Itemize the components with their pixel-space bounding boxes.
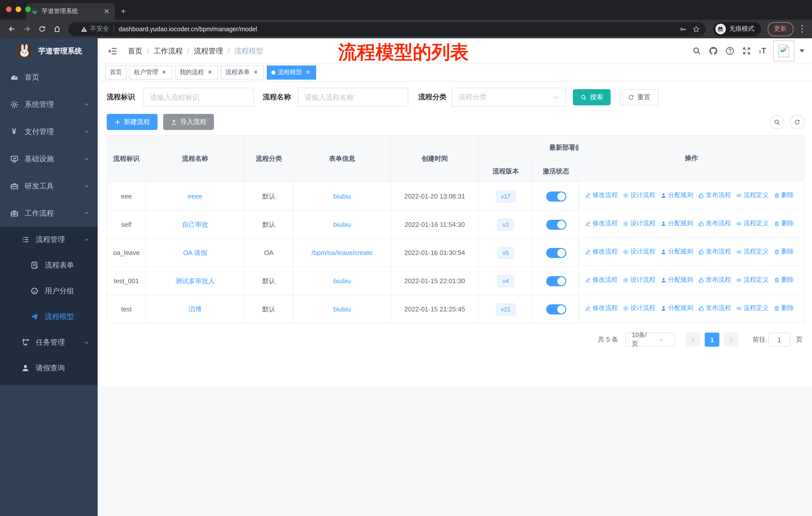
- page-size-select[interactable]: 10条/页: [625, 332, 675, 347]
- form-info-link[interactable]: biubiu: [333, 221, 351, 228]
- sidebar-logo[interactable]: 芋道管理系统: [0, 38, 98, 63]
- action-publish[interactable]: 发布流程: [698, 276, 731, 284]
- reload-icon[interactable]: [35, 22, 48, 35]
- refresh-table-icon[interactable]: [790, 115, 805, 129]
- action-publish[interactable]: 发布流程: [698, 191, 731, 199]
- action-delete[interactable]: 删除: [774, 219, 794, 228]
- search-button[interactable]: 搜索: [573, 89, 611, 105]
- form-info-link[interactable]: biubiu: [333, 192, 351, 200]
- browser-menu-icon[interactable]: [797, 25, 807, 33]
- help-icon[interactable]: [726, 46, 735, 55]
- action-definition[interactable]: 流程定义: [736, 276, 769, 284]
- action-publish[interactable]: 发布流程: [698, 219, 731, 228]
- tag-process-model[interactable]: 流程模型✕: [267, 65, 316, 79]
- action-definition[interactable]: 流程定义: [736, 304, 769, 313]
- sidebar-item-system[interactable]: 系统管理: [0, 91, 98, 118]
- filter-category-select[interactable]: 流程分类: [452, 88, 566, 107]
- fullscreen-icon[interactable]: [742, 46, 751, 55]
- close-window-button[interactable]: [6, 6, 11, 12]
- tag-my-process[interactable]: 我的流程✕: [175, 65, 218, 79]
- form-info-link[interactable]: biubiu: [333, 305, 351, 313]
- process-name-link[interactable]: 滔博: [188, 305, 202, 313]
- sidebar-item-task-mgmt[interactable]: 任务管理: [0, 330, 98, 355]
- avatar[interactable]: [773, 40, 794, 61]
- action-edit[interactable]: 修改流程: [585, 247, 618, 256]
- action-design[interactable]: 设计流程: [623, 191, 656, 199]
- prev-page-button[interactable]: [686, 332, 700, 347]
- browser-tab[interactable]: 芋道管理系统 ✕: [26, 3, 115, 20]
- action-edit[interactable]: 修改流程: [585, 276, 618, 284]
- filter-name-input[interactable]: [297, 88, 408, 107]
- sidebar-item-payment[interactable]: ¥支付管理: [0, 118, 98, 145]
- active-toggle[interactable]: [546, 248, 566, 258]
- action-assign[interactable]: 分配规则: [661, 304, 693, 313]
- tab-close-icon[interactable]: ✕: [103, 7, 111, 16]
- action-publish[interactable]: 发布流程: [698, 247, 731, 256]
- sidebar-item-devtools[interactable]: 研发工具: [0, 172, 98, 199]
- password-key-icon[interactable]: [679, 25, 687, 32]
- tag-close-icon[interactable]: ✕: [252, 69, 259, 76]
- create-process-button[interactable]: 新建流程: [107, 114, 157, 130]
- filter-key-input[interactable]: [143, 88, 254, 107]
- action-delete[interactable]: 删除: [774, 304, 794, 313]
- browser-update-button[interactable]: 更新: [767, 22, 793, 36]
- avatar-caret-icon[interactable]: [800, 49, 805, 52]
- new-tab-button[interactable]: +: [121, 6, 126, 20]
- action-definition[interactable]: 流程定义: [736, 219, 769, 228]
- sidebar-fold-icon[interactable]: [105, 46, 120, 56]
- bookmark-star-icon[interactable]: [692, 25, 699, 32]
- reset-button[interactable]: 重置: [620, 89, 659, 105]
- action-design[interactable]: 设计流程: [623, 276, 656, 284]
- process-name-link[interactable]: 自己审批: [182, 220, 208, 228]
- sidebar-item-process-form[interactable]: 流程表单: [0, 252, 98, 278]
- tag-home[interactable]: 首页: [105, 65, 126, 79]
- process-name-link[interactable]: 测试多审批人: [175, 277, 215, 284]
- github-icon[interactable]: [709, 46, 718, 55]
- toggle-search-icon[interactable]: [770, 115, 784, 129]
- security-warning[interactable]: 不安全: [75, 25, 109, 33]
- sidebar-item-workflow[interactable]: 工作流程: [0, 199, 98, 227]
- minimize-window-button[interactable]: [16, 6, 21, 12]
- action-design[interactable]: 设计流程: [623, 219, 656, 228]
- breadcrumb-home[interactable]: 首页: [128, 46, 142, 56]
- active-toggle[interactable]: [546, 304, 566, 314]
- active-toggle[interactable]: [546, 191, 566, 201]
- sidebar-item-process-mgmt[interactable]: 流程管理: [0, 227, 98, 252]
- forward-icon[interactable]: [20, 22, 33, 35]
- action-edit[interactable]: 修改流程: [585, 219, 618, 228]
- action-assign[interactable]: 分配规则: [661, 219, 693, 228]
- tag-close-icon[interactable]: ✕: [161, 69, 168, 76]
- action-definition[interactable]: 流程定义: [736, 191, 769, 199]
- search-icon[interactable]: [692, 46, 701, 55]
- action-assign[interactable]: 分配规则: [661, 276, 693, 284]
- form-info-link[interactable]: biubiu: [333, 277, 351, 285]
- tag-close-icon[interactable]: ✕: [304, 69, 312, 76]
- sidebar-item-process-model[interactable]: 流程模型: [0, 304, 98, 330]
- breadcrumb-process-mgmt[interactable]: 流程管理: [194, 46, 223, 56]
- action-assign[interactable]: 分配规则: [661, 191, 693, 199]
- tag-process-form[interactable]: 流程表单✕: [221, 65, 264, 79]
- tag-close-icon[interactable]: ✕: [206, 69, 213, 76]
- next-page-button[interactable]: [724, 332, 738, 347]
- import-process-button[interactable]: 导入流程: [163, 114, 214, 130]
- process-name-link[interactable]: OA 请假: [183, 249, 207, 256]
- sidebar-item-infra[interactable]: 基础设施: [0, 145, 98, 172]
- back-icon[interactable]: [5, 22, 18, 35]
- process-name-link[interactable]: eeee: [188, 192, 202, 200]
- sidebar-item-user-group[interactable]: 用户分组: [0, 278, 98, 304]
- action-delete[interactable]: 删除: [774, 247, 794, 256]
- action-publish[interactable]: 发布流程: [698, 304, 731, 313]
- action-delete[interactable]: 删除: [774, 276, 794, 284]
- action-design[interactable]: 设计流程: [623, 304, 656, 313]
- form-info-link[interactable]: /bpm/oa/leave/create: [312, 249, 373, 256]
- action-delete[interactable]: 删除: [774, 191, 794, 199]
- url-bar[interactable]: 不安全 dashboard.yudao.iocoder.cn/bpm/manag…: [68, 22, 705, 36]
- zoom-window-button[interactable]: [25, 6, 31, 12]
- breadcrumb-workflow[interactable]: 工作流程: [153, 46, 183, 56]
- home-icon[interactable]: [50, 22, 63, 35]
- action-definition[interactable]: 流程定义: [736, 247, 769, 256]
- font-size-icon[interactable]: тT: [759, 46, 766, 55]
- sidebar-item-leave-query[interactable]: 请假查询: [0, 355, 98, 381]
- active-toggle[interactable]: [546, 219, 566, 229]
- tag-tenant[interactable]: 租户管理✕: [129, 65, 172, 79]
